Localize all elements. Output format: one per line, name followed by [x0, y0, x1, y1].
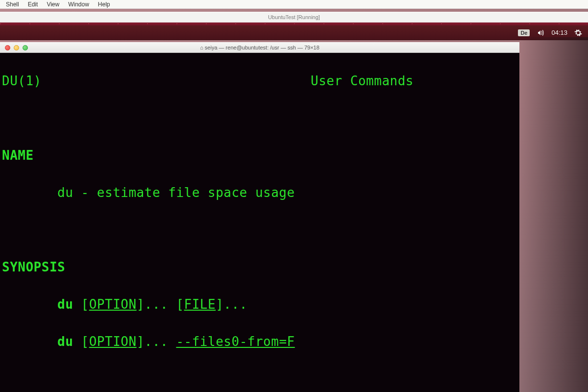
- terminal-title: ⌂ seiya — rene@ubuntutest: /usr — ssh — …: [0, 45, 519, 50]
- menu-shell[interactable]: Shell: [6, 1, 19, 8]
- window-controls: [0, 45, 28, 50]
- synopsis-cmd: du: [57, 297, 73, 312]
- synopsis-option: OPTION: [89, 297, 137, 312]
- menu-help[interactable]: Help: [98, 1, 110, 8]
- terminal-content[interactable]: DU(1) User Commands NAME du - estimate f…: [0, 53, 519, 392]
- terminal-titlebar[interactable]: ⌂ seiya — rene@ubuntutest: /usr — ssh — …: [0, 42, 519, 53]
- minimize-icon[interactable]: [14, 45, 19, 50]
- vm-titlebar: UbuntuTest [Running]: [0, 12, 588, 23]
- ubuntu-panel: De 04:13: [0, 25, 588, 40]
- man-header-center: User Commands: [311, 74, 414, 88]
- terminal-window: ⌂ seiya — rene@ubuntutest: /usr — ssh — …: [0, 42, 519, 392]
- close-icon[interactable]: [5, 45, 10, 50]
- synopsis-file: FILE: [184, 297, 216, 312]
- mac-menubar: Shell Edit View Window Help: [0, 0, 588, 9]
- volume-icon[interactable]: [537, 29, 544, 37]
- synopsis-files0: --files0-from=F: [176, 334, 294, 349]
- maximize-icon[interactable]: [23, 45, 28, 50]
- synopsis-option-2: OPTION: [89, 334, 137, 349]
- gear-icon[interactable]: [574, 29, 582, 37]
- man-section-synopsis: SYNOPSIS: [0, 258, 519, 276]
- menu-edit[interactable]: Edit: [28, 1, 38, 8]
- vm-title-text: UbuntuTest [Running]: [268, 14, 320, 20]
- menu-window[interactable]: Window: [68, 1, 89, 8]
- menu-view[interactable]: View: [47, 1, 59, 8]
- man-section-name: NAME: [0, 146, 519, 165]
- man-header-left: DU(1): [2, 74, 42, 88]
- synopsis-cmd-2: du: [57, 334, 73, 349]
- panel-clock[interactable]: 04:13: [551, 29, 567, 36]
- ubuntu-accent-strip: [0, 23, 588, 25]
- keyboard-layout-indicator[interactable]: De: [518, 29, 530, 36]
- man-name-line: du - estimate file space usage: [57, 185, 295, 200]
- desktop-background-edge: [519, 37, 588, 392]
